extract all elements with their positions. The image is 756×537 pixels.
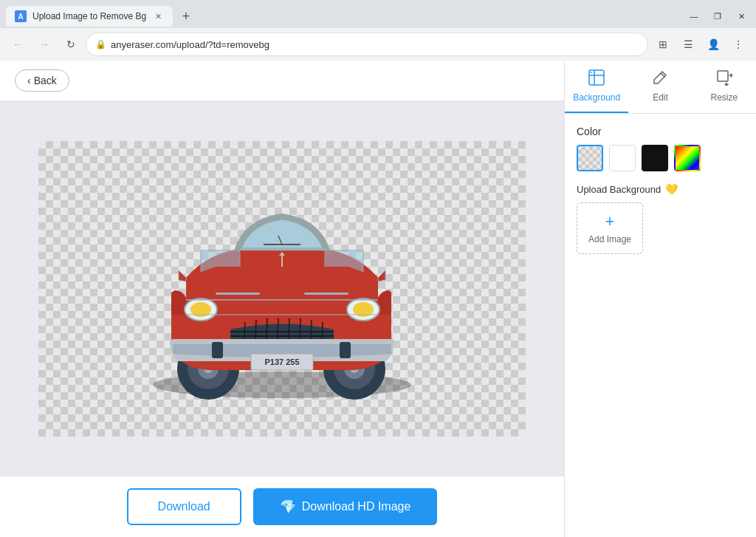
transparent-swatch[interactable] (577, 145, 603, 171)
resize-tab-icon (716, 69, 732, 89)
tab-edit[interactable]: Edit (628, 61, 692, 113)
image-preview: P137 255 (38, 141, 526, 437)
reading-mode-button[interactable]: ☰ (676, 33, 700, 56)
crown-icon: 💛 (665, 183, 678, 195)
sidebar: Background Edit (564, 61, 756, 537)
tab-bar: A Upload Image to Remove Bg ✕ + (6, 6, 196, 27)
tab-background[interactable]: Background (565, 61, 628, 113)
maximize-button[interactable]: ❐ (709, 7, 726, 25)
upload-bg-section: Upload Background 💛 + Add Image (577, 183, 744, 254)
back-button-label: Back (34, 75, 57, 86)
tab-title: Upload Image to Remove Bg (32, 11, 146, 21)
nav-extras: ⊞ ☰ 👤 ⋮ (651, 33, 750, 56)
rainbow-swatch[interactable] (674, 145, 701, 171)
svg-rect-33 (304, 293, 348, 295)
svg-rect-29 (340, 342, 351, 358)
svg-rect-32 (216, 293, 260, 295)
add-image-label: Add Image (588, 234, 631, 244)
download-hd-button[interactable]: 💎 Download HD Image (253, 488, 438, 525)
browser-chrome: A Upload Image to Remove Bg ✕ + — ❐ ✕ ← … (0, 0, 756, 61)
tab-favicon: A (15, 10, 27, 22)
black-swatch[interactable] (642, 145, 668, 171)
top-bar: ‹ Back (0, 61, 564, 101)
resize-tab-label: Resize (710, 92, 738, 103)
sidebar-tabs: Background Edit (565, 61, 756, 114)
add-image-plus-icon: + (605, 212, 615, 231)
sidebar-content: Color Upload Background 💛 + Add Image (565, 114, 756, 537)
translate-button[interactable]: ⊞ (651, 33, 675, 56)
edit-tab-icon (652, 69, 668, 89)
tab-close-button[interactable]: ✕ (152, 10, 164, 22)
bottom-bar: Download 💎 Download HD Image (0, 476, 564, 537)
background-tab-label: Background (573, 92, 620, 103)
title-bar: A Upload Image to Remove Bg ✕ + — ❐ ✕ (0, 0, 756, 28)
nav-bar: ← → ↻ 🔒 anyeraser.com/upload/?td=removeb… (0, 28, 756, 61)
upload-bg-label: Upload Background 💛 (577, 183, 744, 195)
download-button[interactable]: Download (127, 488, 241, 525)
back-nav-button[interactable]: ← (6, 33, 30, 56)
refresh-button[interactable]: ↻ (59, 33, 83, 56)
tab-resize[interactable]: Resize (693, 61, 756, 113)
edit-tab-label: Edit (653, 92, 668, 103)
window-controls: — ❐ ✕ (685, 7, 750, 25)
svg-rect-41 (718, 71, 728, 81)
minimize-button[interactable]: — (685, 7, 703, 25)
back-chevron-icon: ‹ (27, 75, 31, 86)
gem-icon: 💎 (280, 499, 296, 515)
add-image-button[interactable]: + Add Image (577, 202, 643, 254)
active-tab[interactable]: A Upload Image to Remove Bg ✕ (6, 6, 173, 27)
close-button[interactable]: ✕ (732, 7, 750, 25)
address-bar[interactable]: 🔒 anyeraser.com/upload/?td=removebg (86, 33, 648, 56)
forward-nav-button[interactable]: → (32, 33, 56, 56)
color-section-label: Color (577, 126, 744, 137)
download-hd-label: Download HD Image (302, 500, 411, 513)
main-area: ‹ Back (0, 61, 564, 537)
svg-text:P137 255: P137 255 (264, 358, 299, 366)
svg-rect-28 (212, 342, 223, 358)
upload-bg-text: Upload Background (577, 184, 661, 195)
lock-icon: 🔒 (95, 39, 106, 49)
image-canvas: P137 255 (0, 101, 564, 476)
background-tab-icon (588, 69, 605, 89)
color-swatches (577, 145, 744, 171)
white-swatch[interactable] (609, 145, 636, 171)
car-image: P137 255 (142, 171, 422, 422)
url-text: anyeraser.com/upload/?td=removebg (111, 39, 639, 50)
back-button[interactable]: ‹ Back (15, 69, 69, 92)
profile-button[interactable]: 👤 (701, 33, 725, 56)
app-container: ‹ Back (0, 61, 756, 537)
menu-button[interactable]: ⋮ (726, 33, 750, 56)
new-tab-button[interactable]: + (176, 6, 196, 27)
